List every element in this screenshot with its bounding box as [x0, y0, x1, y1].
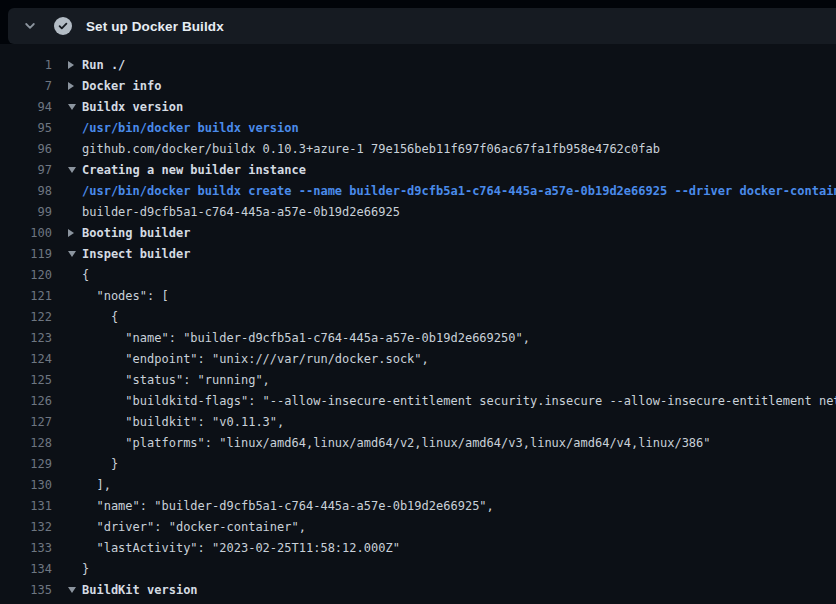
log-line: 128 "platforms": "linux/amd64,linux/amd6…	[0, 432, 836, 453]
log-text: Creating a new builder instance	[82, 163, 306, 177]
log-lines: 1 Run ./ 7 Docker info 94 Buildx version…	[0, 54, 836, 604]
line-number[interactable]: 123	[0, 331, 52, 345]
log-line: 132 "driver": "docker-container",	[0, 516, 836, 537]
log-text: Run ./	[82, 58, 125, 72]
log-text: "name": "builder-d9cfb5a1-c764-445a-a57e…	[82, 499, 494, 513]
log-text: github.com/docker/buildx 0.10.3+azure-1 …	[82, 142, 660, 156]
line-number[interactable]: 99	[0, 205, 52, 219]
log-text: "buildkit": "v0.11.3",	[82, 415, 284, 429]
triangle-down-icon	[68, 167, 76, 173]
log-text: /usr/bin/docker buildx create --name bui…	[82, 184, 836, 198]
line-number[interactable]: 95	[0, 121, 52, 135]
triangle-down-icon	[68, 587, 76, 593]
log-text: Booting builder	[82, 226, 190, 240]
line-number[interactable]: 131	[0, 499, 52, 513]
line-number[interactable]: 125	[0, 373, 52, 387]
line-number[interactable]: 124	[0, 352, 52, 366]
log-text: BuildKit version	[82, 583, 198, 597]
step-title: Set up Docker Buildx	[86, 19, 224, 34]
log-text: builder-d9cfb5a1-c764-445a-a57e-0b19d2e6…	[82, 205, 400, 219]
log-line: 98 /usr/bin/docker buildx create --name …	[0, 180, 836, 201]
log-line: 125 "status": "running",	[0, 369, 836, 390]
log-text: }	[82, 562, 89, 576]
line-number[interactable]: 119	[0, 247, 52, 261]
log-text: "driver": "docker-container",	[82, 520, 306, 534]
line-number[interactable]: 120	[0, 268, 52, 282]
line-number[interactable]: 98	[0, 184, 52, 198]
triangle-right-icon	[68, 229, 74, 237]
triangle-down-icon	[68, 104, 76, 110]
line-number[interactable]: 130	[0, 478, 52, 492]
log-text: {	[82, 268, 89, 282]
triangle-right-icon	[68, 61, 74, 69]
line-number[interactable]: 94	[0, 100, 52, 114]
log-text: "endpoint": "unix:///var/run/docker.sock…	[82, 352, 429, 366]
log-line: 134 }	[0, 558, 836, 579]
line-number[interactable]: 100	[0, 226, 52, 240]
line-number[interactable]: 134	[0, 562, 52, 576]
log-line: 121 "nodes": [	[0, 285, 836, 306]
log-line: 99 builder-d9cfb5a1-c764-445a-a57e-0b19d…	[0, 201, 836, 222]
chevron-down-icon[interactable]	[22, 18, 38, 34]
log-text: }	[82, 457, 118, 471]
log-line: 136 builder-d9cfb5a1-c764-445a-a57e-0b19…	[0, 600, 836, 604]
log-text: ],	[82, 478, 111, 492]
step-header[interactable]: Set up Docker Buildx	[8, 8, 836, 44]
log-text: {	[82, 310, 118, 324]
log-text: Buildx version	[82, 100, 183, 114]
line-number[interactable]: 97	[0, 163, 52, 177]
line-number[interactable]: 135	[0, 583, 52, 597]
log-text: /usr/bin/docker buildx version	[82, 121, 299, 135]
log-text: Inspect builder	[82, 247, 190, 261]
log-line: 123 "name": "builder-d9cfb5a1-c764-445a-…	[0, 327, 836, 348]
log-text: "nodes": [	[82, 289, 169, 303]
line-number[interactable]: 96	[0, 142, 52, 156]
log-line: 129 }	[0, 453, 836, 474]
log-text: "buildkitd-flags": "--allow-insecure-ent…	[82, 394, 836, 408]
log-line: 127 "buildkit": "v0.11.3",	[0, 411, 836, 432]
log-group-row[interactable]: 135 BuildKit version	[0, 579, 836, 600]
line-number[interactable]: 126	[0, 394, 52, 408]
log-group-row[interactable]: 97 Creating a new builder instance	[0, 159, 836, 180]
triangle-right-icon	[68, 82, 74, 90]
line-number[interactable]: 127	[0, 415, 52, 429]
triangle-down-icon	[68, 251, 76, 257]
log-line: 122 {	[0, 306, 836, 327]
log-text: Docker info	[82, 79, 161, 93]
log-group-row[interactable]: 1 Run ./	[0, 54, 836, 75]
log-line: 96 github.com/docker/buildx 0.10.3+azure…	[0, 138, 836, 159]
log-group-row[interactable]: 119 Inspect builder	[0, 243, 836, 264]
log-line: 120 {	[0, 264, 836, 285]
log-line: 95 /usr/bin/docker buildx version	[0, 117, 836, 138]
line-number[interactable]: 128	[0, 436, 52, 450]
line-number[interactable]: 122	[0, 310, 52, 324]
line-number[interactable]: 132	[0, 520, 52, 534]
line-number[interactable]: 121	[0, 289, 52, 303]
log-line: 126 "buildkitd-flags": "--allow-insecure…	[0, 390, 836, 411]
check-circle-icon	[54, 17, 72, 35]
line-number[interactable]: 1	[0, 58, 52, 72]
log-line: 130 ],	[0, 474, 836, 495]
log-container: 1 Run ./ 7 Docker info 94 Buildx version…	[0, 44, 836, 604]
log-group-row[interactable]: 100 Booting builder	[0, 222, 836, 243]
log-text: "platforms": "linux/amd64,linux/amd64/v2…	[82, 436, 711, 450]
log-group-row[interactable]: 7 Docker info	[0, 75, 836, 96]
line-number[interactable]: 129	[0, 457, 52, 471]
line-number[interactable]: 7	[0, 79, 52, 93]
log-line: 124 "endpoint": "unix:///var/run/docker.…	[0, 348, 836, 369]
line-number[interactable]: 133	[0, 541, 52, 555]
log-group-row[interactable]: 94 Buildx version	[0, 96, 836, 117]
log-text: "name": "builder-d9cfb5a1-c764-445a-a57e…	[82, 331, 530, 345]
log-line: 131 "name": "builder-d9cfb5a1-c764-445a-…	[0, 495, 836, 516]
log-text: "status": "running",	[82, 373, 270, 387]
log-text: "lastActivity": "2023-02-25T11:58:12.000…	[82, 541, 400, 555]
log-line: 133 "lastActivity": "2023-02-25T11:58:12…	[0, 537, 836, 558]
